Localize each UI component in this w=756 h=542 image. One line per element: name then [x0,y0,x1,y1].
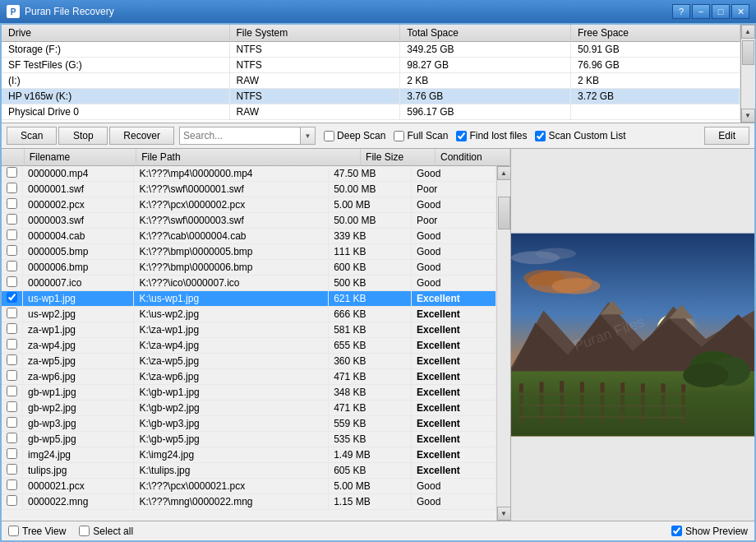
file-row[interactable]: za-wp1.jpg K:\za-wp1.jpg 581 KB Excellen… [2,322,496,338]
drive-cell-fs: RAW [229,73,400,89]
file-row[interactable]: za-wp5.jpg K:\za-wp5.jpg 360 KB Excellen… [2,354,496,369]
file-cell-check[interactable] [2,291,23,307]
file-row[interactable]: tulips.jpg K:\tulips.jpg 605 KB Excellen… [2,463,496,479]
file-row[interactable]: 0000004.cab K:\???\cab\0000004.cab 339 K… [2,229,496,244]
file-cell-name: tulips.jpg [23,463,134,479]
file-row[interactable]: us-wp1.jpg K:\us-wp1.jpg 621 KB Excellen… [2,291,496,307]
search-input[interactable] [179,127,301,145]
file-row[interactable]: gb-wp3.jpg K:\gb-wp3.jpg 559 KB Excellen… [2,416,496,432]
file-cell-check[interactable] [2,229,23,244]
file-cell-check[interactable] [2,494,23,510]
minimize-button[interactable]: − [692,4,710,19]
file-cell-check[interactable] [2,354,23,369]
full-scan-input[interactable] [394,131,404,141]
file-row[interactable]: 0000005.bmp K:\???\bmp\0000005.bmp 111 K… [2,244,496,260]
deep-scan-checkbox[interactable]: Deep Scan [324,130,385,141]
deep-scan-input[interactable] [324,131,334,141]
file-cell-size: 666 KB [329,307,412,322]
select-all-checkbox[interactable] [79,526,90,536]
tree-view-checkbox[interactable] [8,526,19,536]
drive-scroll-up[interactable]: ▲ [741,25,755,39]
file-row[interactable]: 0000021.pcx K:\???\pcx\0000021.pcx 5.00 … [2,479,496,494]
file-scrollbar[interactable]: ▲ ▼ [496,166,510,521]
drive-cell-name: HP v165w (K:) [2,89,229,104]
file-cell-size: 5.00 MB [329,479,412,494]
edit-button[interactable]: Edit [704,127,749,145]
close-button[interactable]: ✕ [731,4,749,19]
file-row[interactable]: 0000003.swf K:\???\swf\0000003.swf 50.00… [2,213,496,229]
search-dropdown-button[interactable]: ▼ [301,127,316,145]
help-button[interactable]: ? [672,4,690,19]
scan-button[interactable]: Scan [7,127,57,145]
show-preview-label[interactable]: Show Preview [685,526,748,537]
file-list-container: Filename File Path File Size Condition 0… [2,149,511,521]
file-row[interactable]: 0000006.bmp K:\???\bmp\0000006.bmp 600 K… [2,260,496,276]
select-all-label[interactable]: Select all [93,526,133,537]
drive-cell-total: 3.76 GB [400,89,571,104]
file-cell-check[interactable] [2,447,23,463]
maximize-button[interactable]: □ [712,4,730,19]
file-row[interactable]: 0000022.mng K:\???\mng\0000022.mng 1.15 … [2,494,496,510]
file-cell-check[interactable] [2,276,23,291]
file-cell-check[interactable] [2,401,23,416]
file-cell-check[interactable] [2,307,23,322]
file-cell-check[interactable] [2,197,23,213]
file-scroll-thumb[interactable] [498,197,510,229]
file-cell-cond: Good [412,479,496,494]
drive-cell-name: Storage (F:) [2,42,229,58]
drive-row[interactable]: (I:) RAW 2 KB 2 KB [2,73,740,89]
drive-row[interactable]: Physical Drive 0 RAW 596.17 GB [2,104,740,120]
file-cell-cond: Good [412,197,496,213]
drive-cell-total: 596.17 GB [400,104,571,120]
drive-row[interactable]: HP v165w (K:) NTFS 3.76 GB 3.72 GB [2,89,740,104]
file-cell-check[interactable] [2,182,23,197]
file-cell-size: 47.50 MB [329,166,412,182]
file-cell-check[interactable] [2,322,23,338]
drive-scroll-thumb[interactable] [742,40,754,65]
file-row[interactable]: gb-wp5.jpg K:\gb-wp5.jpg 535 KB Excellen… [2,432,496,447]
show-preview-checkbox[interactable] [671,526,682,536]
file-cell-check[interactable] [2,213,23,229]
drive-row[interactable]: SF TestFiles (G:) NTFS 98.27 GB 76.96 GB [2,58,740,73]
file-row[interactable]: 0000001.swf K:\???\swf\0000001.swf 50.00… [2,182,496,197]
file-cell-check[interactable] [2,463,23,479]
file-row[interactable]: 0000002.pcx K:\???\pcx\0000002.pcx 5.00 … [2,197,496,213]
drive-row[interactable]: Storage (F:) NTFS 349.25 GB 50.91 GB [2,42,740,58]
file-cell-check[interactable] [2,244,23,260]
drive-cell-name: (I:) [2,73,229,89]
file-cell-cond: Excellent [412,369,496,385]
file-row[interactable]: za-wp6.jpg K:\za-wp6.jpg 471 KB Excellen… [2,369,496,385]
tree-view-label[interactable]: Tree View [22,526,66,537]
find-lost-input[interactable] [456,131,467,141]
file-cell-check[interactable] [2,416,23,432]
find-lost-checkbox[interactable]: Find lost files [456,130,527,141]
file-row[interactable]: 0000007.ico K:\???\ico\0000007.ico 500 K… [2,276,496,291]
file-table-scroll[interactable]: 0000000.mp4 K:\???\mp4\0000000.mp4 47.50… [2,166,496,521]
file-cell-check[interactable] [2,369,23,385]
file-cell-check[interactable] [2,385,23,401]
file-row[interactable]: 0000000.mp4 K:\???\mp4\0000000.mp4 47.50… [2,166,496,182]
file-cell-path: K:\???\mp4\0000000.mp4 [134,166,329,182]
file-cell-check[interactable] [2,479,23,494]
full-scan-checkbox[interactable]: Full Scan [394,130,448,141]
file-cell-check[interactable] [2,166,23,182]
file-row[interactable]: gb-wp2.jpg K:\gb-wp2.jpg 471 KB Excellen… [2,401,496,416]
drive-col-drive: Drive [2,25,229,42]
file-row[interactable]: gb-wp1.jpg K:\gb-wp1.jpg 348 KB Excellen… [2,385,496,401]
drive-table-container: Drive File System Total Space Free Space… [2,25,740,123]
file-scroll-down[interactable]: ▼ [497,507,511,521]
stop-button[interactable]: Stop [58,127,108,145]
recover-button[interactable]: Recover [109,127,174,145]
file-cell-check[interactable] [2,260,23,276]
drive-scroll-down[interactable]: ▼ [741,109,755,123]
file-row[interactable]: img24.jpg K:\img24.jpg 1.49 MB Excellent [2,447,496,463]
file-cell-check[interactable] [2,432,23,447]
drive-scrollbar[interactable]: ▲ ▼ [740,25,754,123]
scan-custom-input[interactable] [535,131,546,141]
scan-custom-checkbox[interactable]: Scan Custom List [535,130,625,141]
file-row[interactable]: za-wp4.jpg K:\za-wp4.jpg 655 KB Excellen… [2,338,496,354]
drive-col-free: Free Space [570,25,740,42]
file-cell-check[interactable] [2,338,23,354]
file-row[interactable]: us-wp2.jpg K:\us-wp2.jpg 666 KB Excellen… [2,307,496,322]
file-scroll-up[interactable]: ▲ [497,166,511,180]
